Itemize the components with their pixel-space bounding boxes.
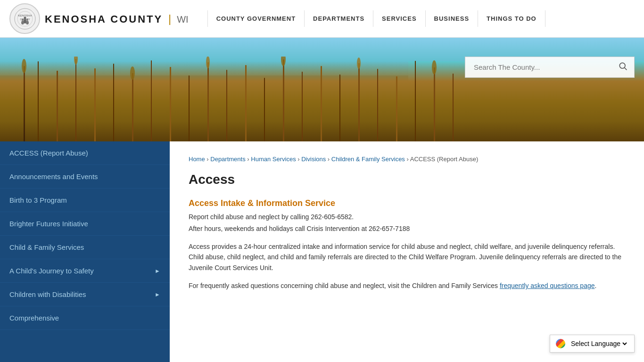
page-title: Access bbox=[189, 172, 625, 187]
sidebar-item-childs-journey[interactable]: A Child's Journey to Safety ► bbox=[0, 259, 170, 283]
svg-rect-17 bbox=[151, 60, 152, 141]
nav-departments[interactable]: DEPARTMENTS bbox=[304, 10, 373, 27]
sidebar-item-child-family[interactable]: Child & Family Services bbox=[0, 236, 170, 259]
svg-rect-22 bbox=[245, 65, 247, 141]
svg-rect-30 bbox=[396, 76, 397, 141]
svg-point-34 bbox=[22, 59, 26, 73]
breadcrumb-current: ACCESS (Report Abuse) bbox=[410, 156, 479, 163]
content-area: ACCESS (Report Abuse) Announcements and … bbox=[0, 141, 644, 362]
svg-rect-29 bbox=[377, 69, 378, 141]
breadcrumb-divisions[interactable]: Divisions bbox=[301, 156, 326, 163]
breadcrumb-home[interactable]: Home bbox=[189, 156, 205, 163]
svg-point-36 bbox=[130, 66, 135, 80]
breadcrumb-human-services[interactable]: Human Services bbox=[251, 156, 296, 163]
search-input[interactable] bbox=[470, 63, 616, 71]
nav-things-to-do[interactable]: THINGS TO DO bbox=[478, 10, 545, 27]
svg-rect-33 bbox=[453, 74, 454, 141]
chevron-right-icon: ► bbox=[155, 291, 160, 298]
county-seal: KENOSHA COUNTY bbox=[9, 3, 40, 34]
main-nav: COUNTY GOVERNMENT DEPARTMENTS SERVICES B… bbox=[207, 10, 545, 27]
chevron-right-icon: ► bbox=[155, 268, 160, 274]
language-select[interactable]: Select Language English Spanish French G… bbox=[569, 339, 628, 348]
svg-rect-10 bbox=[24, 66, 25, 141]
svg-rect-11 bbox=[38, 61, 39, 141]
svg-point-6 bbox=[26, 21, 29, 25]
svg-rect-24 bbox=[283, 59, 284, 141]
service-heading: Access Intake & Information Service bbox=[189, 198, 625, 208]
main-content: Home › Departments › Human Services › Di… bbox=[170, 141, 644, 362]
breadcrumb-child-family[interactable]: Children & Family Services bbox=[331, 156, 405, 163]
svg-rect-31 bbox=[415, 61, 416, 141]
breadcrumb: Home › Departments › Human Services › Di… bbox=[189, 156, 625, 163]
sidebar-item-brighter-futures[interactable]: Brighter Futures Initiative bbox=[0, 212, 170, 236]
faq-link[interactable]: frequently asked questions page bbox=[500, 282, 595, 289]
svg-rect-20 bbox=[207, 62, 209, 141]
language-selector[interactable]: Select Language English Spanish French G… bbox=[550, 335, 635, 353]
logo-area: KENOSHA COUNTY KENOSHA COUNTY | WI bbox=[9, 3, 189, 34]
faq-suffix: . bbox=[595, 282, 597, 289]
search-box bbox=[465, 57, 635, 78]
svg-rect-14 bbox=[94, 68, 96, 141]
nav-business[interactable]: BUSINESS bbox=[425, 10, 478, 27]
svg-rect-21 bbox=[226, 70, 227, 141]
sidebar-item-access[interactable]: ACCESS (Report Abuse) bbox=[0, 141, 170, 165]
svg-point-40 bbox=[432, 60, 437, 74]
svg-point-39 bbox=[357, 58, 361, 69]
hero-banner bbox=[0, 38, 644, 141]
logo-name: KENOSHA COUNTY | WI bbox=[45, 12, 189, 25]
breadcrumb-departments[interactable]: Departments bbox=[210, 156, 245, 163]
svg-point-8 bbox=[24, 16, 26, 19]
service-phone-line1: Report child abuse and neglect by callin… bbox=[189, 212, 625, 222]
sidebar-item-announcements[interactable]: Announcements and Events bbox=[0, 165, 170, 189]
search-button[interactable] bbox=[616, 59, 629, 75]
nav-services[interactable]: SERVICES bbox=[373, 10, 425, 27]
svg-rect-27 bbox=[339, 74, 340, 141]
svg-rect-25 bbox=[302, 72, 303, 141]
svg-rect-12 bbox=[57, 71, 58, 141]
sidebar-item-comprehensive[interactable]: Comprehensive bbox=[0, 306, 170, 330]
svg-rect-23 bbox=[264, 78, 265, 141]
header: KENOSHA COUNTY KENOSHA COUNTY | WI COUNT… bbox=[0, 0, 644, 38]
svg-rect-16 bbox=[132, 73, 133, 141]
svg-point-38 bbox=[281, 57, 286, 66]
sidebar-item-birth-to-3[interactable]: Birth to 3 Program bbox=[0, 189, 170, 212]
nav-county-government[interactable]: COUNTY GOVERNMENT bbox=[207, 10, 304, 27]
service-faq: For frequently asked questions concernin… bbox=[189, 280, 625, 291]
faq-prefix: For frequently asked questions concernin… bbox=[189, 282, 500, 289]
svg-text:KENOSHA: KENOSHA bbox=[18, 14, 32, 17]
svg-point-37 bbox=[206, 57, 210, 68]
svg-rect-13 bbox=[75, 59, 76, 141]
svg-rect-28 bbox=[358, 63, 360, 141]
svg-rect-26 bbox=[321, 66, 322, 141]
svg-point-41 bbox=[619, 63, 625, 68]
svg-rect-19 bbox=[189, 75, 190, 141]
svg-rect-32 bbox=[434, 67, 435, 141]
svg-rect-18 bbox=[170, 67, 171, 141]
svg-rect-15 bbox=[113, 64, 114, 141]
sidebar-item-children-disabilities[interactable]: Children with Disabilities ► bbox=[0, 283, 170, 306]
google-translate-icon bbox=[556, 339, 565, 348]
svg-point-9 bbox=[26, 19, 28, 21]
svg-point-7 bbox=[22, 19, 24, 21]
service-description: Access provides a 24-hour centralized in… bbox=[189, 241, 625, 273]
svg-line-42 bbox=[625, 68, 627, 70]
sidebar: ACCESS (Report Abuse) Announcements and … bbox=[0, 141, 170, 362]
svg-point-35 bbox=[74, 57, 78, 65]
service-phone-line2: After hours, weekends and holidays call … bbox=[189, 224, 625, 234]
